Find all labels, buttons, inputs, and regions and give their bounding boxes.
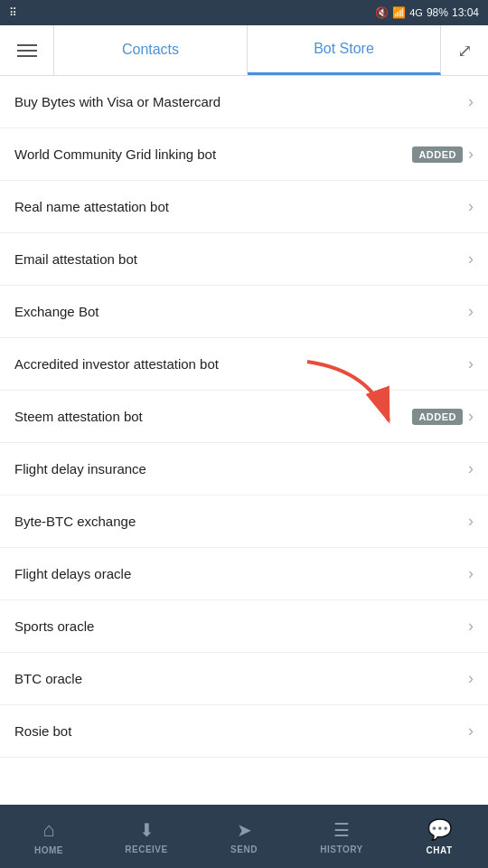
list-item-actions: ›	[468, 669, 474, 688]
list-item-actions: ›	[468, 617, 474, 636]
list-item-actions: ›	[468, 197, 474, 216]
nav-receive-label: RECEIVE	[125, 844, 167, 854]
hamburger-icon	[17, 44, 37, 57]
item-name: Buy Bytes with Visa or Mastercard	[14, 94, 221, 109]
list-item-content: Email attestation bot	[14, 251, 468, 267]
nav-home-label: HOME	[34, 845, 63, 855]
list-item[interactable]: Flight delays oracle›	[0, 548, 488, 600]
list-item-actions: ›	[468, 512, 474, 531]
list-item[interactable]: Buy Bytes with Visa or Mastercard›	[0, 76, 488, 128]
list-item[interactable]: Steem attestation botADDED›	[0, 391, 488, 443]
chevron-right-icon: ›	[468, 617, 474, 636]
list-item-content: Exchange Bot	[14, 304, 468, 319]
list-item[interactable]: Sports oracle›	[0, 600, 488, 653]
nav-history[interactable]: ☰ HISTORY	[293, 805, 390, 868]
tab-botstore-label: Bot Store	[314, 41, 374, 57]
list-item[interactable]: Accredited investor attestation bot›	[0, 338, 488, 391]
item-name: Sports oracle	[14, 618, 94, 634]
list-item-actions: ›	[468, 564, 474, 583]
menu-button[interactable]	[0, 25, 54, 75]
wifi-icon: 📶	[392, 6, 406, 19]
added-badge: ADDED	[412, 409, 463, 425]
item-name: Byte-BTC exchange	[14, 514, 136, 529]
battery-label: 98%	[427, 6, 448, 19]
list-item-content: Buy Bytes with Visa or Mastercard	[14, 94, 468, 109]
item-name: Real name attestation bot	[14, 199, 169, 214]
time-label: 13:04	[452, 6, 479, 19]
item-name: Steem attestation bot	[14, 409, 143, 424]
list-item-content: Flight delays oracle	[14, 566, 468, 581]
status-bar: ⠿ 🔇 📶 4G 98% 13:04	[0, 0, 488, 25]
nav-chat[interactable]: 💬 CHAT	[390, 805, 488, 868]
list-item-actions: ›	[468, 92, 474, 111]
chevron-right-icon: ›	[468, 564, 474, 583]
list-item-content: Byte-BTC exchange	[14, 514, 468, 529]
chevron-right-icon: ›	[468, 250, 474, 269]
chevron-right-icon: ›	[468, 407, 474, 426]
chevron-right-icon: ›	[468, 354, 474, 373]
grid-icon: ⠿	[9, 6, 17, 19]
list-item-actions: ›	[468, 250, 474, 269]
item-name: Exchange Bot	[14, 304, 99, 319]
expand-button[interactable]: ⤢	[441, 25, 488, 75]
chevron-right-icon: ›	[468, 669, 474, 688]
send-icon: ➤	[237, 819, 252, 841]
receive-icon: ⬇	[139, 819, 155, 841]
chevron-right-icon: ›	[468, 145, 474, 164]
nav-chat-label: CHAT	[426, 845, 452, 855]
status-bar-left: ⠿	[9, 6, 17, 19]
item-name: World Community Grid linking bot	[14, 146, 216, 162]
nav-history-label: HISTORY	[320, 844, 362, 854]
bot-store-list: Buy Bytes with Visa or Mastercard›World …	[0, 76, 488, 805]
list-item[interactable]: Exchange Bot›	[0, 286, 488, 338]
item-name: Rosie bot	[14, 723, 71, 739]
header: Contacts Bot Store ⤢	[0, 25, 488, 76]
nav-send-label: SEND	[230, 844, 258, 854]
list-item[interactable]: Real name attestation bot›	[0, 181, 488, 233]
item-name: BTC oracle	[14, 671, 82, 686]
list-item[interactable]: Rosie bot›	[0, 705, 488, 758]
chat-icon: 💬	[427, 818, 452, 842]
list-item-actions: ADDED›	[412, 145, 474, 164]
item-name: Flight delays oracle	[14, 566, 131, 581]
list-item-content: World Community Grid linking bot	[14, 146, 412, 162]
list-item-actions: ADDED›	[412, 407, 474, 426]
list-item[interactable]: Flight delay insurance›	[0, 443, 488, 495]
nav-home[interactable]: ⌂ HOME	[0, 805, 98, 868]
list-item-actions: ›	[468, 459, 474, 478]
list-item-actions: ›	[468, 354, 474, 373]
status-bar-right: 🔇 📶 4G 98% 13:04	[375, 6, 479, 19]
chevron-right-icon: ›	[468, 197, 474, 216]
list-item[interactable]: Email attestation bot›	[0, 233, 488, 286]
list-item[interactable]: BTC oracle›	[0, 653, 488, 705]
nav-receive[interactable]: ⬇ RECEIVE	[98, 805, 195, 868]
expand-icon: ⤢	[457, 40, 473, 61]
list-item-actions: ›	[468, 302, 474, 321]
list-item[interactable]: World Community Grid linking botADDED›	[0, 128, 488, 181]
list-item-content: Steem attestation bot	[14, 409, 412, 424]
tab-contacts[interactable]: Contacts	[54, 25, 248, 75]
chevron-right-icon: ›	[468, 302, 474, 321]
mute-icon: 🔇	[375, 6, 389, 19]
home-icon: ⌂	[42, 818, 54, 842]
item-name: Accredited investor attestation bot	[14, 356, 219, 372]
chevron-right-icon: ›	[468, 459, 474, 478]
tab-contacts-label: Contacts	[122, 42, 179, 58]
list-item-content: Flight delay insurance	[14, 461, 468, 476]
list-item-content: Rosie bot	[14, 723, 468, 739]
chevron-right-icon: ›	[468, 92, 474, 111]
list-item[interactable]: Byte-BTC exchange›	[0, 495, 488, 548]
chevron-right-icon: ›	[468, 512, 474, 531]
tab-botstore[interactable]: Bot Store	[248, 25, 441, 75]
item-name: Email attestation bot	[14, 251, 137, 267]
chevron-right-icon: ›	[468, 722, 474, 741]
item-name: Flight delay insurance	[14, 461, 146, 476]
nav-send[interactable]: ➤ SEND	[195, 805, 293, 868]
list-item-content: Real name attestation bot	[14, 199, 468, 214]
signal-icon: 4G	[409, 7, 423, 18]
list-item-content: Sports oracle	[14, 618, 468, 634]
bottom-navigation: ⌂ HOME ⬇ RECEIVE ➤ SEND ☰ HISTORY 💬 CHAT	[0, 805, 488, 868]
list-item-actions: ›	[468, 722, 474, 741]
list-item-content: BTC oracle	[14, 671, 468, 686]
list-item-content: Accredited investor attestation bot	[14, 356, 468, 372]
